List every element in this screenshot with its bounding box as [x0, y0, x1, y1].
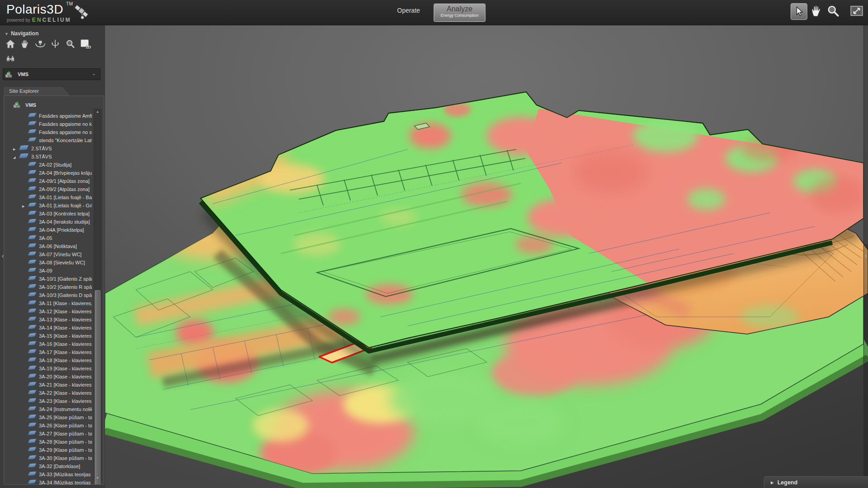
tree-item[interactable]: 3A-09 — [4, 267, 92, 275]
analyze-label: Analyze — [434, 5, 485, 13]
tree-item[interactable]: 3A-15 [Klase - klavieres, s — [4, 332, 92, 340]
rotate-view-icon[interactable] — [49, 38, 61, 49]
tree-item-label: 3A-10/1 [Gaitenis Z spārn — [39, 276, 92, 282]
panel-collapse-left[interactable]: ‹ — [0, 250, 5, 262]
floor-folder-icon — [18, 153, 29, 158]
room-box-icon — [27, 455, 37, 459]
home-view-icon[interactable] — [5, 38, 16, 49]
tree-item-label: 3A-08 [Sieviešu WC] — [39, 260, 85, 265]
tree-item[interactable]: 3A-25 [Klase pūšam - tau — [4, 414, 92, 421]
pan-hand-tool-icon[interactable] — [810, 4, 824, 18]
room-box-icon — [27, 202, 37, 207]
tree-item-label: 3A-32 [Datorklase] — [39, 464, 80, 469]
tree-item[interactable]: 3A-03 [Kontroles telpa] — [4, 210, 92, 218]
tree-item[interactable]: stends "Koncertzāle Latvi — [4, 137, 92, 144]
tree-root-vms[interactable]: VMS — [4, 101, 92, 109]
tree-item[interactable]: 3A-28 [Klase pūšam - tau — [4, 438, 92, 446]
tab-analyze-button[interactable]: Analyze Energy Consumption — [434, 4, 485, 22]
model-selector-dropdown[interactable]: VMS ⌄ — [3, 68, 101, 80]
room-box-icon — [27, 275, 37, 280]
tree-item-label: 3A-28 [Klase pūšam - tau — [39, 439, 92, 445]
tree-item[interactable]: 2A-02 [Studija] — [4, 161, 92, 169]
tree-item-label: 3A-29 [Klase pūšam - tau — [39, 447, 92, 453]
pan-hand-icon[interactable] — [19, 38, 31, 49]
room-box-icon — [27, 463, 37, 468]
tree-item[interactable]: 3A-24 [Instrumentu nolikt — [4, 406, 92, 413]
tree-item-label: 2A-04 [Brīvpieejas krājum — [39, 170, 92, 176]
model-cubes-icon — [13, 101, 21, 108]
tree-item[interactable]: 3A-04 [Ierakstu studija] — [4, 218, 92, 226]
tab-operate[interactable]: Operate — [397, 7, 420, 14]
navigation-header[interactable]: ▼Navigation — [5, 30, 38, 37]
scene-3d-viewport[interactable] — [105, 25, 868, 488]
tree-item[interactable]: 3A-23 [Klase - klavieres, s — [4, 397, 92, 405]
tree-item[interactable]: Fasādes apgaisme Amfite — [4, 112, 92, 120]
zoom-tool-icon[interactable] — [826, 4, 840, 18]
tree-item[interactable]: 3A-05 — [4, 234, 92, 242]
expand-arrow-icon[interactable]: ▶ — [22, 202, 24, 210]
room-box-icon — [27, 194, 37, 199]
tree-item-label: 3A-33 [Mūzikas teorijas kl — [39, 472, 92, 477]
tree-item[interactable]: 3A-13 [Klase - klavieres, s — [4, 316, 92, 324]
scrollbar-thumb[interactable] — [95, 290, 101, 485]
tree-item[interactable]: 3A-20 [Klase - klavieres, s — [4, 373, 92, 381]
tree-item[interactable]: 2A-04 [Brīvpieejas krājum — [4, 169, 92, 177]
brand-line: powered byencelium — [7, 17, 71, 23]
tree-item-label: 3A-26 [Klase pūšam - tau — [39, 423, 92, 428]
scroll-up-icon[interactable]: ▲ — [94, 110, 101, 113]
zoom-icon[interactable] — [64, 38, 76, 49]
tree-item[interactable]: Fasādes apgaisme no se — [4, 129, 92, 136]
tree-item[interactable]: 2A-09/1 [Atpūtas zona] — [4, 177, 92, 185]
tree-item[interactable]: 3A-12 [Klase - klavieres, s — [4, 308, 92, 316]
tree-item[interactable]: 3A-17 [Klase - klavieres, s — [4, 349, 92, 356]
tree-item[interactable]: 3A-11 [Klase - klavieres, s — [4, 300, 92, 307]
tree-item[interactable]: 3A-18 [Klase - klavieres, s — [4, 357, 92, 364]
tree-item[interactable]: 3A-07 [Vīriešu WC] — [4, 251, 92, 258]
room-box-icon — [27, 243, 37, 248]
tree-item[interactable]: 3A-08 [Sieviešu WC] — [4, 259, 92, 267]
tree-item-floor[interactable]: ▶2.STĀVS — [4, 145, 92, 153]
view-2d-icon[interactable]: 2D — [79, 38, 91, 49]
room-box-icon — [27, 292, 37, 297]
tree-item-label: 3A-03 [Kontroles telpa] — [39, 211, 90, 216]
scroll-down-icon[interactable]: ▼ — [94, 476, 101, 479]
tree-item-label: 3A-04 [Ierakstu studija] — [39, 219, 90, 225]
tree-item[interactable]: 3A-06 [Noliktava] — [4, 243, 92, 250]
tree-item[interactable]: 3A-29 [Klase pūšam - tau — [4, 446, 92, 454]
tree-item[interactable]: 3A-21 [Klase - klavieres, s — [4, 381, 92, 389]
tree-item-floor[interactable]: ◢3.STĀVS — [4, 153, 92, 161]
tree-item[interactable]: 3A-33 [Mūzikas teorijas kl — [4, 471, 92, 478]
orbit-view-icon[interactable] — [34, 38, 46, 49]
tree-item[interactable]: 3A-27 [Klase pūšam - tau — [4, 430, 92, 438]
select-tool-button[interactable] — [791, 3, 807, 20]
tree-item[interactable]: 3A-04A [Priekštelpa] — [4, 226, 92, 234]
tree-item-label: 3A-10/3 [Gaitenis D spārn — [39, 292, 92, 298]
expand-arrow-icon[interactable]: ▶ — [13, 145, 15, 153]
room-box-icon — [27, 267, 37, 272]
tree-item[interactable]: Fasādes apgaisme no ko — [4, 120, 92, 128]
tree-item[interactable]: 2A-09/2 [Atpūtas zona] — [4, 186, 92, 193]
tree-item[interactable]: 3A-01 [Lielais foajē - Balli — [4, 194, 92, 201]
tree-item[interactable]: 3A-10/2 [Gaitenis R spārn — [4, 283, 92, 291]
tree-item[interactable]: 3A-10/3 [Gaitenis D spārn — [4, 292, 92, 299]
tree-item[interactable]: 3A-22 [Klase - klavieres, s — [4, 389, 92, 397]
fullscreen-icon[interactable] — [849, 5, 864, 17]
site-explorer-tab[interactable]: Site Explorer — [4, 87, 70, 96]
collapse-arrow-icon[interactable]: ◢ — [13, 153, 15, 161]
panel-collapse-right[interactable]: › — [863, 250, 868, 262]
tree-item[interactable]: ▶3A-01 [Lielais foajē - Grie — [4, 202, 92, 210]
tree-item[interactable]: 3A-34 [Mūzikas teorijas kl — [4, 479, 92, 485]
tree-item[interactable]: 3A-14 [Klase - klavieres, s — [4, 324, 92, 332]
tree-item[interactable]: 3A-16 [Klase - klavieres, s — [4, 340, 92, 348]
binoculars-search-icon[interactable] — [5, 53, 16, 64]
tree-item[interactable]: 3A-32 [Datorklase] — [4, 463, 92, 470]
tree-item[interactable]: 3A-10/1 [Gaitenis Z spārn — [4, 275, 92, 283]
tree-item-label: 3A-05 — [39, 235, 52, 241]
tree-item[interactable]: 3A-30 [Klase pūšam - tau — [4, 455, 92, 462]
legend-bar[interactable]: ▶ Legend — [764, 476, 868, 488]
tree-scrollbar[interactable]: ▲ ▼ — [94, 109, 101, 481]
tree-item[interactable]: 3A-19 [Klase - klavieres, s — [4, 365, 92, 373]
tree-item-label: 3A-30 [Klase pūšam - tau — [39, 455, 92, 461]
tree-item[interactable]: 3A-26 [Klase pūšam - tau — [4, 422, 92, 430]
room-box-icon — [27, 129, 37, 134]
